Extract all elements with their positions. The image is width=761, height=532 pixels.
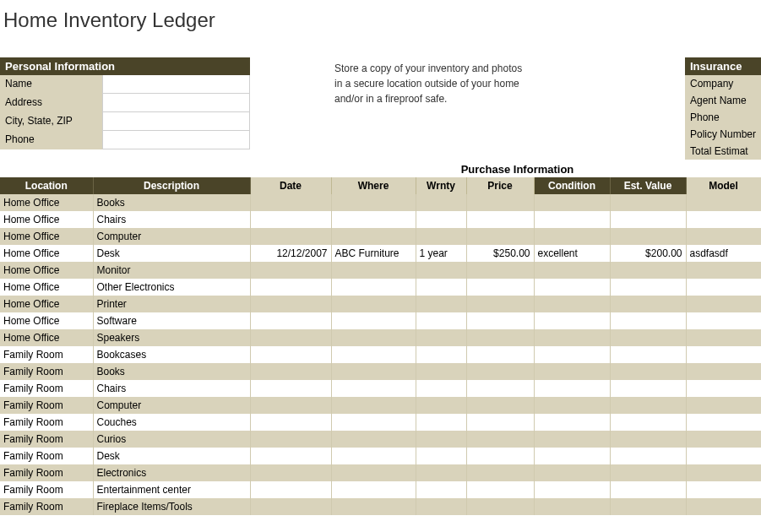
th-model[interactable]: Model: [686, 177, 761, 194]
cell-price[interactable]: [466, 464, 534, 481]
th-location[interactable]: Location: [0, 177, 93, 194]
cell-est-value[interactable]: [610, 228, 686, 245]
cell-date[interactable]: [250, 194, 331, 211]
cell-model[interactable]: [686, 498, 761, 515]
cell-wrnty[interactable]: [416, 329, 466, 346]
cell-description[interactable]: Curios: [93, 431, 250, 448]
cell-model[interactable]: [686, 448, 761, 464]
cell-wrnty[interactable]: [416, 346, 466, 363]
th-where[interactable]: Where: [331, 177, 416, 194]
cell-price[interactable]: [466, 414, 534, 431]
cell-description[interactable]: Software: [93, 312, 250, 329]
cell-description[interactable]: Books: [93, 194, 250, 211]
cell-model[interactable]: [686, 296, 761, 312]
cell-price[interactable]: [466, 498, 534, 515]
cell-where[interactable]: [331, 448, 416, 464]
cell-date[interactable]: [250, 211, 331, 228]
cell-location[interactable]: Home Office: [0, 312, 93, 329]
cell-condition[interactable]: [534, 211, 610, 228]
cell-date[interactable]: [250, 262, 331, 279]
cell-location[interactable]: Family Room: [0, 481, 93, 498]
cell-condition[interactable]: [534, 448, 610, 464]
cell-location[interactable]: Family Room: [0, 448, 93, 464]
cell-description[interactable]: Bookcases: [93, 346, 250, 363]
cell-date[interactable]: [250, 397, 331, 414]
cell-location[interactable]: Home Office: [0, 211, 93, 228]
cell-model[interactable]: [686, 380, 761, 397]
cell-description[interactable]: Fireplace Items/Tools: [93, 498, 250, 515]
cell-est-value[interactable]: [610, 498, 686, 515]
cell-condition[interactable]: [534, 346, 610, 363]
cell-wrnty[interactable]: [416, 262, 466, 279]
cell-price[interactable]: [466, 380, 534, 397]
cell-condition[interactable]: [534, 498, 610, 515]
table-row[interactable]: Home OfficeSpeakers: [0, 329, 761, 346]
cell-location[interactable]: Family Room: [0, 431, 93, 448]
cell-model[interactable]: [686, 279, 761, 296]
cell-description[interactable]: Chairs: [93, 380, 250, 397]
cell-where[interactable]: [331, 262, 416, 279]
cell-price[interactable]: [466, 194, 534, 211]
th-date[interactable]: Date: [250, 177, 331, 194]
table-row[interactable]: Home OfficeDesk12/12/2007ABC Furniture1 …: [0, 245, 761, 262]
table-row[interactable]: Family RoomChairs: [0, 380, 761, 397]
cell-location[interactable]: Home Office: [0, 194, 93, 211]
cell-location[interactable]: Family Room: [0, 380, 93, 397]
cell-est-value[interactable]: [610, 414, 686, 431]
cell-est-value[interactable]: [610, 329, 686, 346]
table-row[interactable]: Family RoomFireplace Items/Tools: [0, 498, 761, 515]
cell-model[interactable]: [686, 346, 761, 363]
cell-condition[interactable]: [534, 228, 610, 245]
cell-wrnty[interactable]: [416, 414, 466, 431]
input-address[interactable]: [102, 94, 250, 112]
cell-date[interactable]: [250, 312, 331, 329]
cell-location[interactable]: Family Room: [0, 363, 93, 380]
cell-where[interactable]: [331, 329, 416, 346]
cell-model[interactable]: asdfasdf: [686, 245, 761, 262]
cell-wrnty[interactable]: [416, 464, 466, 481]
cell-date[interactable]: [250, 380, 331, 397]
th-price[interactable]: Price: [466, 177, 534, 194]
cell-description[interactable]: Computer: [93, 228, 250, 245]
cell-model[interactable]: [686, 312, 761, 329]
cell-model[interactable]: [686, 414, 761, 431]
cell-wrnty[interactable]: [416, 363, 466, 380]
table-row[interactable]: Family RoomComputer: [0, 397, 761, 414]
cell-est-value[interactable]: [610, 194, 686, 211]
cell-date[interactable]: [250, 279, 331, 296]
table-row[interactable]: Family RoomDesk: [0, 448, 761, 464]
table-row[interactable]: Family RoomBooks: [0, 363, 761, 380]
table-row[interactable]: Family RoomCouches: [0, 414, 761, 431]
cell-est-value[interactable]: [610, 312, 686, 329]
cell-est-value[interactable]: [610, 363, 686, 380]
cell-location[interactable]: Family Room: [0, 397, 93, 414]
cell-est-value[interactable]: [610, 481, 686, 498]
cell-wrnty[interactable]: [416, 380, 466, 397]
cell-where[interactable]: [331, 211, 416, 228]
cell-model[interactable]: [686, 464, 761, 481]
cell-location[interactable]: Home Office: [0, 296, 93, 312]
cell-price[interactable]: [466, 363, 534, 380]
cell-date[interactable]: [250, 431, 331, 448]
th-condition[interactable]: Condition: [534, 177, 610, 194]
table-row[interactable]: Family RoomElectronics: [0, 464, 761, 481]
table-row[interactable]: Home OfficeBooks: [0, 194, 761, 211]
cell-description[interactable]: Other Electronics: [93, 279, 250, 296]
table-row[interactable]: Home OfficePrinter: [0, 296, 761, 312]
cell-est-value[interactable]: [610, 262, 686, 279]
cell-date[interactable]: [250, 346, 331, 363]
cell-condition[interactable]: [534, 194, 610, 211]
cell-price[interactable]: [466, 228, 534, 245]
input-phone[interactable]: [102, 131, 250, 149]
cell-where[interactable]: [331, 363, 416, 380]
cell-description[interactable]: Desk: [93, 245, 250, 262]
input-name[interactable]: [102, 75, 250, 94]
cell-where[interactable]: [331, 397, 416, 414]
cell-date[interactable]: [250, 363, 331, 380]
cell-description[interactable]: Chairs: [93, 211, 250, 228]
cell-description[interactable]: Entertainment center: [93, 481, 250, 498]
cell-where[interactable]: [331, 228, 416, 245]
cell-est-value[interactable]: [610, 279, 686, 296]
cell-where[interactable]: [331, 431, 416, 448]
cell-where[interactable]: [331, 414, 416, 431]
